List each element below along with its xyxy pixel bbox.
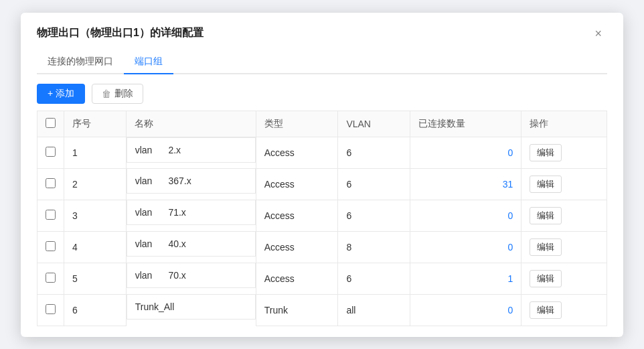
row-checkbox-cell [37, 200, 64, 231]
row-name: vlan2.x [127, 137, 256, 163]
close-button[interactable]: × [589, 25, 607, 42]
row-connected: 1 [410, 263, 521, 294]
connected-count: 1 [507, 273, 513, 284]
row-checkbox[interactable] [46, 210, 56, 220]
tab-physical[interactable]: 连接的物理网口 [37, 50, 124, 74]
row-connected: 0 [410, 137, 521, 168]
row-checkbox[interactable] [46, 147, 56, 157]
row-checkbox[interactable] [46, 178, 56, 188]
row-checkbox-cell [37, 263, 64, 294]
col-header-check [37, 111, 64, 137]
row-vlan: 6 [338, 168, 410, 200]
row-vlan: 6 [338, 200, 410, 231]
col-header-connected: 已连接数量 [410, 111, 521, 137]
row-seq: 2 [64, 168, 127, 200]
select-all-checkbox[interactable] [46, 118, 56, 128]
name-part: vlan [135, 238, 153, 249]
connected-count: 0 [507, 210, 513, 221]
table-container: 序号 名称 类型 VLAN 已连接数量 操作 1vlan2.xAccess60编… [21, 111, 623, 337]
trash-icon: 🗑 [102, 88, 111, 99]
row-action: 编辑 [521, 200, 607, 231]
row-action: 编辑 [521, 231, 607, 263]
data-table: 序号 名称 类型 VLAN 已连接数量 操作 1vlan2.xAccess60编… [37, 111, 607, 326]
row-checkbox-cell [37, 294, 64, 326]
edit-button[interactable]: 编辑 [530, 144, 562, 161]
row-action: 编辑 [521, 294, 607, 326]
edit-button[interactable]: 编辑 [530, 238, 562, 256]
row-name: vlan71.x [127, 200, 256, 225]
row-checkbox-cell [37, 168, 64, 200]
row-checkbox[interactable] [46, 241, 56, 251]
row-connected: 0 [410, 231, 521, 263]
connected-count: 0 [507, 147, 513, 158]
table-row: 1vlan2.xAccess60编辑 [37, 137, 607, 168]
col-header-seq: 序号 [64, 111, 127, 137]
table-row: 4vlan40.xAccess80编辑 [37, 231, 607, 263]
edit-button[interactable]: 编辑 [530, 270, 562, 287]
row-seq: 4 [64, 231, 127, 263]
suffix-part: 71.x [168, 207, 185, 218]
name-part: vlan [135, 145, 153, 155]
dialog-title: 物理出口（物理出口1）的详细配置 [37, 26, 204, 40]
row-type: Trunk [256, 294, 338, 326]
name-part: Trunk_All [135, 301, 175, 312]
col-header-type: 类型 [256, 111, 338, 137]
row-checkbox[interactable] [46, 304, 56, 314]
connected-count: 0 [507, 242, 513, 253]
row-seq: 3 [64, 200, 127, 231]
suffix-part: 70.x [168, 270, 185, 281]
row-name: vlan40.x [127, 231, 256, 257]
connected-count: 31 [503, 179, 513, 190]
row-type: Access [256, 231, 338, 263]
row-checkbox[interactable] [46, 273, 56, 283]
row-name: vlan70.x [127, 263, 256, 288]
row-vlan: 6 [338, 263, 410, 294]
add-button[interactable]: + 添加 [37, 84, 85, 104]
suffix-part: 2.x [168, 145, 181, 155]
dialog-header: 物理出口（物理出口1）的详细配置 × [21, 13, 623, 42]
row-name: vlan367.x [127, 168, 256, 194]
row-connected: 0 [410, 200, 521, 231]
table-row: 5vlan70.xAccess61编辑 [37, 263, 607, 294]
edit-button[interactable]: 编辑 [530, 301, 562, 319]
row-vlan: all [338, 294, 410, 326]
tab-portgroup[interactable]: 端口组 [124, 50, 173, 74]
col-header-name: 名称 [126, 111, 256, 137]
table-row: 6Trunk_AllTrunkall0编辑 [37, 294, 607, 326]
row-vlan: 8 [338, 231, 410, 263]
edit-button[interactable]: 编辑 [530, 207, 562, 224]
col-header-vlan: VLAN [338, 111, 410, 137]
name-part: vlan [135, 176, 153, 186]
row-vlan: 6 [338, 137, 410, 168]
row-action: 编辑 [521, 168, 607, 200]
row-type: Access [256, 168, 338, 200]
connected-count: 0 [507, 305, 513, 316]
edit-button[interactable]: 编辑 [530, 176, 562, 193]
row-seq: 6 [64, 294, 127, 326]
name-part: vlan [135, 207, 153, 218]
row-name: Trunk_All [127, 294, 256, 320]
table-header-row: 序号 名称 类型 VLAN 已连接数量 操作 [37, 111, 607, 137]
row-connected: 31 [410, 168, 521, 200]
table-row: 2vlan367.xAccess631编辑 [37, 168, 607, 200]
row-seq: 1 [64, 137, 127, 168]
row-connected: 0 [410, 294, 521, 326]
row-checkbox-cell [37, 231, 64, 263]
row-action: 编辑 [521, 137, 607, 168]
tabs-bar: 连接的物理网口 端口组 [37, 50, 607, 74]
row-seq: 5 [64, 263, 127, 294]
suffix-part: 367.x [168, 176, 191, 186]
row-checkbox-cell [37, 137, 64, 168]
toolbar: + 添加 🗑 删除 [21, 74, 623, 111]
table-row: 3vlan71.xAccess60编辑 [37, 200, 607, 231]
row-type: Access [256, 137, 338, 168]
row-type: Access [256, 200, 338, 231]
delete-button[interactable]: 🗑 删除 [92, 84, 143, 104]
col-header-action: 操作 [521, 111, 607, 137]
name-part: vlan [135, 270, 153, 281]
row-type: Access [256, 263, 338, 294]
row-action: 编辑 [521, 263, 607, 294]
dialog: 物理出口（物理出口1）的详细配置 × 连接的物理网口 端口组 + 添加 🗑 删除… [21, 13, 623, 337]
suffix-part: 40.x [168, 238, 185, 249]
